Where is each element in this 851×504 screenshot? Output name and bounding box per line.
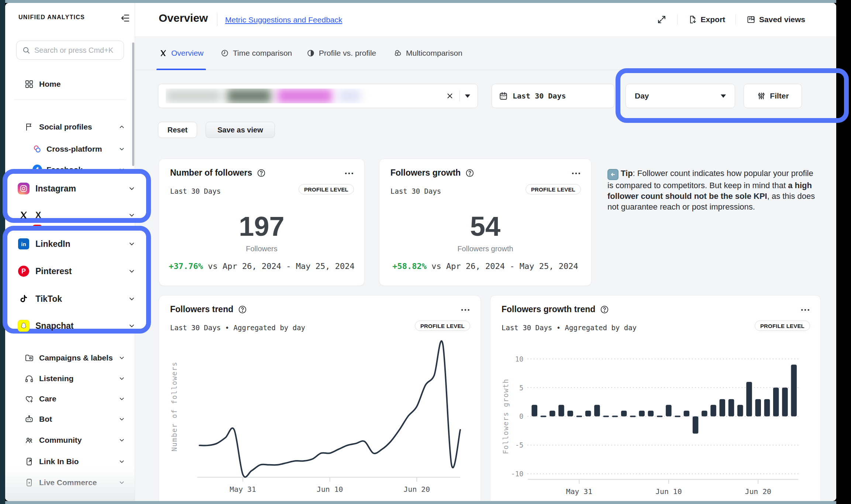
- sidebar-item-campaigns-labels[interactable]: Campaigns & labels: [5, 348, 135, 368]
- selector-divider: [459, 90, 460, 101]
- sidebar-item-label: Instagram: [35, 184, 76, 194]
- tab-bar: Overview Time comparison Profile vs. pro…: [135, 36, 836, 70]
- clear-selection-icon[interactable]: [445, 92, 454, 100]
- chevron-down-icon[interactable]: [118, 436, 125, 444]
- sidebar-item-tiktok[interactable]: TikTok: [7, 286, 146, 312]
- tab-time-comparison[interactable]: Time comparison: [220, 36, 292, 70]
- sidebar-item-label: LinkedIn: [35, 239, 70, 249]
- chevron-down-icon[interactable]: [128, 211, 136, 219]
- help-icon[interactable]: [465, 168, 475, 178]
- chevron-down-icon[interactable]: [118, 395, 125, 403]
- chevron-down-icon[interactable]: [118, 354, 125, 362]
- help-icon[interactable]: [238, 305, 247, 314]
- help-icon[interactable]: [256, 168, 266, 178]
- help-icon[interactable]: [600, 305, 609, 314]
- tab-multicomparison[interactable]: Multicomparison: [393, 36, 462, 70]
- sidebar-scrollbar[interactable]: [132, 42, 134, 166]
- card-title: Followers growth trend: [502, 304, 595, 314]
- app-logo: UNIFIED ANALYTICS: [18, 14, 85, 21]
- svg-text:-10: -10: [511, 470, 523, 478]
- chevron-down-icon[interactable]: [118, 375, 125, 382]
- tab-label: Time comparison: [233, 49, 292, 58]
- tab-overview[interactable]: Overview: [159, 36, 204, 70]
- desktop-edge-bottom: [5, 501, 836, 504]
- sidebar-item-social-profiles[interactable]: Social profiles: [5, 117, 135, 137]
- selector-caret-icon[interactable]: [465, 94, 470, 98]
- sidebar-collapse-icon[interactable]: [120, 13, 131, 24]
- left-arrow-icon: [607, 169, 619, 180]
- chevron-down-icon[interactable]: [118, 479, 125, 486]
- card-menu-icon[interactable]: [800, 304, 811, 315]
- profile-level-badge: PROFILE LEVEL: [415, 321, 470, 331]
- sidebar-item-label: Cross-platform: [46, 145, 102, 153]
- chevron-down-icon[interactable]: [118, 415, 125, 423]
- delta-percent: +37.76%: [169, 262, 203, 271]
- phone-play-icon: [24, 478, 34, 487]
- followers-trend-card: Followers trend Last 30 Days • Aggregate…: [159, 295, 481, 501]
- people-icon: [24, 435, 34, 445]
- chevron-down-icon[interactable]: [128, 240, 136, 248]
- tab-profile-vs-profile[interactable]: Profile vs. profile: [306, 36, 376, 70]
- chevron-down-icon[interactable]: [118, 145, 125, 153]
- chevron-down-icon[interactable]: [128, 267, 136, 275]
- search-icon: [22, 46, 31, 55]
- sidebar-item-live-commerce[interactable]: Live Commerce: [5, 472, 135, 493]
- export-button[interactable]: Export: [688, 15, 726, 24]
- title-divider: [217, 13, 217, 26]
- card-menu-icon[interactable]: [571, 168, 582, 179]
- search-input[interactable]: Search or press Cmd+K: [16, 41, 124, 60]
- profile-level-badge: PROFILE LEVEL: [526, 184, 581, 194]
- chevron-down-icon[interactable]: [128, 184, 136, 193]
- chevron-down-icon[interactable]: [128, 322, 136, 330]
- search-placeholder: Search or press Cmd+K: [34, 46, 113, 55]
- card-period: Last 30 Days • Aggregated by day: [502, 324, 637, 332]
- expand-icon[interactable]: [657, 14, 667, 25]
- svg-text:Number of followers: Number of followers: [170, 362, 178, 452]
- sidebar-item-label: Care: [39, 394, 56, 403]
- multi-circles-icon: [393, 49, 402, 58]
- chevron-up-icon[interactable]: [118, 123, 125, 131]
- tip-label: Tip: [621, 169, 633, 178]
- sidebar-item-label: Campaigns & labels: [39, 353, 113, 362]
- card-menu-icon[interactable]: [460, 304, 471, 315]
- date-range-picker[interactable]: Last 30 Days: [492, 84, 614, 108]
- robot-icon: [24, 414, 34, 424]
- svg-text:Jun 10: Jun 10: [317, 485, 343, 494]
- sidebar-item-label: X: [35, 210, 41, 220]
- sidebar-item-community[interactable]: Community: [5, 430, 135, 451]
- phone-link-icon: [24, 457, 34, 466]
- chevron-down-icon[interactable]: [118, 458, 125, 465]
- sidebar-item-cross-platform[interactable]: Cross-platform: [5, 139, 135, 159]
- tab-label: Profile vs. profile: [319, 49, 376, 58]
- sidebar-item-care[interactable]: Care: [5, 389, 135, 409]
- x-logo-icon: [159, 49, 168, 58]
- metric-suggestions-link[interactable]: Metric Suggestions and Feedback: [225, 15, 342, 24]
- heart-plus-icon: [24, 394, 34, 404]
- sidebar-item-x[interactable]: X: [7, 202, 146, 228]
- followers-growth-trend-card: Followers growth trend Last 30 Days • Ag…: [490, 295, 821, 501]
- chevron-down-icon[interactable]: [128, 295, 136, 303]
- card-menu-icon[interactable]: [344, 168, 355, 179]
- save-as-view-button[interactable]: Save as view: [206, 122, 275, 138]
- sidebar-divider: [14, 100, 126, 100]
- sidebar-item-pinterest[interactable]: P Pinterest: [7, 258, 146, 284]
- profile-selector[interactable]: [158, 84, 478, 108]
- sidebar-item-linkedin[interactable]: in LinkedIn: [7, 231, 146, 257]
- saved-views-button[interactable]: Saved views: [746, 15, 805, 24]
- desktop-background: UNIFIED ANALYTICS Search or press Cmd+K …: [0, 0, 851, 504]
- sidebar-item-label: Social profiles: [39, 122, 92, 131]
- svg-text:May 31: May 31: [230, 485, 256, 494]
- svg-text:-5: -5: [515, 441, 524, 449]
- card-title: Followers trend: [170, 304, 233, 314]
- tab-label: Multicomparison: [406, 49, 462, 58]
- sidebar-item-home[interactable]: Home: [5, 74, 135, 94]
- reset-button[interactable]: Reset: [158, 122, 197, 138]
- sidebar-item-instagram[interactable]: Instagram: [7, 175, 146, 202]
- sidebar-item-bot[interactable]: Bot: [5, 409, 135, 429]
- svg-text:Followers growth: Followers growth: [502, 379, 510, 454]
- sidebar-item-listening[interactable]: Listening: [5, 368, 135, 389]
- sidebar-item-label: Link In Bio: [39, 457, 79, 466]
- sidebar-item-link-in-bio[interactable]: Link In Bio: [5, 451, 135, 472]
- header-divider: [677, 14, 678, 25]
- sidebar-item-snapchat[interactable]: Snapchat: [7, 313, 146, 339]
